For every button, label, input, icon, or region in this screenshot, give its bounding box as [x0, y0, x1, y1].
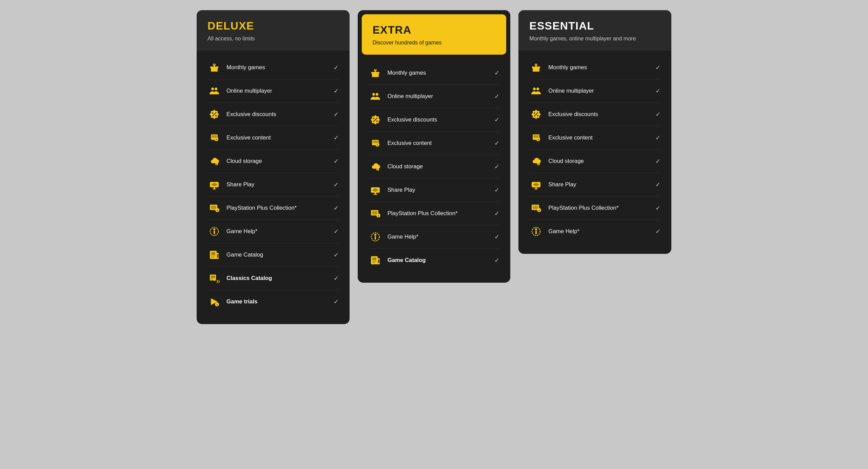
svg-text:+: + — [216, 303, 218, 306]
svg-text:+: + — [537, 138, 539, 141]
feature-item: Game Catalog✓ — [208, 243, 339, 267]
shareplay-icon — [529, 178, 543, 191]
feature-item: + PlayStation Plus Collection*✓ — [208, 196, 339, 220]
svg-text:+: + — [377, 169, 378, 171]
plan-card-deluxe: DELUXEAll access, no limits Monthly game… — [197, 10, 350, 324]
svg-text:+: + — [538, 163, 539, 166]
feature-name: Online multiplayer — [548, 88, 653, 94]
svg-rect-73 — [372, 262, 375, 263]
svg-point-4 — [211, 88, 214, 90]
svg-point-103 — [535, 228, 537, 230]
svg-rect-19 — [214, 187, 215, 189]
feature-item: Monthly games✓ — [369, 61, 500, 85]
check-icon: ✓ — [494, 163, 499, 170]
discount-icon — [529, 108, 543, 121]
svg-rect-31 — [211, 257, 214, 258]
collection-icon: + — [208, 201, 221, 215]
cloud-icon: + — [208, 154, 221, 168]
svg-point-47 — [376, 93, 378, 96]
feature-name: Game Help* — [226, 228, 331, 235]
trials-icon: + — [208, 295, 221, 308]
feature-item: Game Help*✓ — [529, 220, 660, 243]
cloud-icon: + — [369, 160, 382, 173]
svg-rect-97 — [534, 189, 538, 189]
check-icon: ✓ — [494, 93, 499, 100]
features-list-extra: Monthly games✓ Online multiplayer✓ Exclu… — [358, 59, 511, 283]
check-icon: ✓ — [334, 111, 339, 118]
check-icon: ✓ — [334, 275, 339, 282]
feature-item: Monthly games✓ — [208, 56, 339, 79]
gift-icon — [529, 61, 543, 74]
feature-name: Share Play — [548, 181, 653, 188]
svg-rect-30 — [211, 256, 215, 256]
check-icon: ✓ — [334, 64, 339, 71]
features-list-deluxe: Monthly games✓ Online multiplayer✓ Exclu… — [197, 51, 350, 324]
gift-icon — [208, 61, 221, 74]
svg-rect-45 — [375, 72, 376, 77]
check-icon: ✓ — [494, 257, 499, 264]
discount-icon — [369, 113, 382, 127]
shareplay-icon — [208, 178, 221, 191]
svg-text:+: + — [216, 138, 217, 141]
feature-name: Monthly games — [548, 64, 653, 71]
plan-title-extra: EXTRA — [373, 24, 496, 36]
check-icon: ✓ — [655, 111, 660, 118]
svg-point-16 — [213, 183, 216, 186]
svg-point-49 — [376, 120, 378, 122]
plan-card-essential: ESSENTIALMonthly games, online multiplay… — [518, 10, 671, 254]
multiplayer-icon — [208, 84, 221, 98]
multiplayer-icon — [529, 84, 543, 98]
feature-name: Cloud storage — [226, 158, 331, 165]
svg-text:XO: XO — [216, 279, 220, 284]
feature-name: Exclusive content — [226, 134, 331, 141]
cloud-icon: + — [529, 154, 543, 168]
shareplay-icon — [369, 183, 382, 197]
svg-point-84 — [537, 115, 538, 116]
feature-item: + Cloud storage✓ — [208, 150, 339, 173]
feature-name: PlayStation Plus Collection* — [388, 210, 492, 217]
svg-point-26 — [213, 228, 215, 230]
feature-name: Exclusive content — [388, 140, 492, 147]
check-icon: ✓ — [655, 88, 660, 95]
check-icon: ✓ — [334, 228, 339, 235]
gamehelp-icon — [208, 225, 221, 238]
gamehelp-icon — [529, 225, 543, 238]
svg-point-81 — [533, 88, 536, 90]
plan-header-deluxe: DELUXEAll access, no limits — [197, 10, 350, 51]
svg-rect-27 — [214, 231, 215, 234]
svg-text:+: + — [217, 209, 218, 212]
feature-item: + Exclusive content✓ — [208, 126, 339, 150]
svg-text:+: + — [376, 144, 378, 147]
feature-name: Game Help* — [548, 228, 653, 235]
svg-point-17 — [212, 184, 213, 185]
check-icon: ✓ — [334, 205, 339, 212]
svg-rect-80 — [535, 67, 537, 72]
svg-rect-54 — [373, 140, 378, 143]
feature-name: Share Play — [388, 187, 492, 193]
check-icon: ✓ — [655, 64, 660, 71]
feature-item: Share Play✓ — [369, 179, 500, 202]
check-icon: ✓ — [655, 228, 660, 235]
feature-item: Exclusive discounts✓ — [369, 108, 500, 132]
svg-rect-61 — [375, 193, 376, 194]
feature-name: Game Catalog — [226, 251, 331, 258]
svg-rect-36 — [211, 276, 215, 278]
svg-rect-99 — [533, 206, 538, 209]
feature-item: + PlayStation Plus Collection*✓ — [369, 202, 500, 225]
svg-point-93 — [534, 183, 538, 186]
svg-rect-3 — [214, 67, 215, 72]
feature-item: + Cloud storage✓ — [529, 150, 660, 173]
feature-name: PlayStation Plus Collection* — [226, 205, 331, 211]
svg-rect-12 — [212, 135, 217, 138]
feature-name: Game Catalog — [388, 257, 492, 264]
svg-rect-38 — [211, 280, 214, 281]
feature-item: XO Classics Catalog✓ — [208, 267, 339, 290]
check-icon: ✓ — [494, 233, 499, 241]
svg-rect-64 — [372, 211, 377, 214]
feature-item: Share Play✓ — [208, 173, 339, 196]
feature-name: Share Play — [226, 181, 331, 188]
feature-item: Monthly games✓ — [529, 56, 660, 79]
classics-icon: XO — [208, 271, 221, 285]
svg-rect-89 — [533, 135, 539, 138]
svg-rect-37 — [211, 279, 213, 280]
